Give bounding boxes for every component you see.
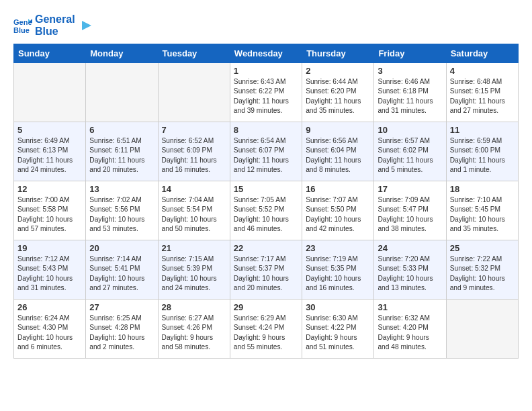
calendar-cell <box>86 63 158 122</box>
weekday-header-tuesday: Tuesday <box>158 44 230 63</box>
week-row-1: 1Sunrise: 6:43 AM Sunset: 6:22 PM Daylig… <box>14 63 519 122</box>
day-info: Sunrise: 7:22 AM Sunset: 5:32 PM Dayligh… <box>450 255 515 293</box>
calendar-cell: 26Sunrise: 6:24 AM Sunset: 4:30 PM Dayli… <box>14 300 86 359</box>
day-info: Sunrise: 6:54 AM Sunset: 6:07 PM Dayligh… <box>234 136 298 175</box>
week-row-3: 12Sunrise: 7:00 AM Sunset: 5:58 PM Dayli… <box>14 181 519 240</box>
day-info: Sunrise: 7:17 AM Sunset: 5:37 PM Dayligh… <box>234 255 298 293</box>
day-info: Sunrise: 6:25 AM Sunset: 4:28 PM Dayligh… <box>89 314 154 352</box>
week-row-4: 19Sunrise: 7:12 AM Sunset: 5:43 PM Dayli… <box>14 240 519 300</box>
calendar-cell: 31Sunrise: 6:32 AM Sunset: 4:20 PM Dayli… <box>374 300 446 359</box>
calendar-cell: 28Sunrise: 6:27 AM Sunset: 4:26 PM Dayli… <box>158 300 230 359</box>
svg-marker-5 <box>82 21 91 30</box>
calendar-cell: 13Sunrise: 7:02 AM Sunset: 5:56 PM Dayli… <box>86 181 158 240</box>
calendar-cell <box>14 63 86 122</box>
weekday-header-friday: Friday <box>374 44 446 63</box>
day-info: Sunrise: 6:59 AM Sunset: 6:00 PM Dayligh… <box>450 136 515 175</box>
page-header: General Blue General Blue <box>13 13 519 37</box>
calendar-cell: 19Sunrise: 7:12 AM Sunset: 5:43 PM Dayli… <box>14 240 86 300</box>
day-info: Sunrise: 6:43 AM Sunset: 6:22 PM Dayligh… <box>234 77 298 116</box>
logo-blue: Blue <box>35 26 75 38</box>
day-number: 16 <box>306 184 370 194</box>
day-info: Sunrise: 6:27 AM Sunset: 4:26 PM Dayligh… <box>162 314 226 352</box>
day-info: Sunrise: 7:10 AM Sunset: 5:45 PM Dayligh… <box>450 195 515 234</box>
logo-general: General <box>35 13 75 25</box>
day-number: 17 <box>378 184 442 194</box>
day-number: 14 <box>162 184 226 194</box>
day-info: Sunrise: 7:02 AM Sunset: 5:56 PM Dayligh… <box>89 195 154 234</box>
day-info: Sunrise: 6:24 AM Sunset: 4:30 PM Dayligh… <box>17 314 82 352</box>
calendar-cell: 30Sunrise: 6:30 AM Sunset: 4:22 PM Dayli… <box>302 300 374 359</box>
day-info: Sunrise: 7:14 AM Sunset: 5:41 PM Dayligh… <box>89 255 154 293</box>
calendar-cell: 16Sunrise: 7:07 AM Sunset: 5:50 PM Dayli… <box>302 181 374 240</box>
calendar-cell: 9Sunrise: 6:56 AM Sunset: 6:04 PM Daylig… <box>302 122 374 181</box>
day-number: 28 <box>162 302 226 312</box>
day-number: 23 <box>306 243 370 253</box>
day-info: Sunrise: 7:12 AM Sunset: 5:43 PM Dayligh… <box>17 255 82 293</box>
calendar-cell: 14Sunrise: 7:04 AM Sunset: 5:54 PM Dayli… <box>158 181 230 240</box>
calendar-cell: 5Sunrise: 6:49 AM Sunset: 6:13 PM Daylig… <box>14 122 86 181</box>
day-info: Sunrise: 7:15 AM Sunset: 5:39 PM Dayligh… <box>162 255 226 293</box>
calendar-cell: 18Sunrise: 7:10 AM Sunset: 5:45 PM Dayli… <box>446 181 518 240</box>
weekday-header-thursday: Thursday <box>302 44 374 63</box>
day-info: Sunrise: 6:57 AM Sunset: 6:02 PM Dayligh… <box>378 136 442 175</box>
day-info: Sunrise: 7:20 AM Sunset: 5:33 PM Dayligh… <box>378 255 442 293</box>
calendar-cell: 11Sunrise: 6:59 AM Sunset: 6:00 PM Dayli… <box>446 122 518 181</box>
calendar-table: SundayMondayTuesdayWednesdayThursdayFrid… <box>13 44 519 359</box>
day-number: 2 <box>306 66 370 76</box>
day-info: Sunrise: 6:48 AM Sunset: 6:15 PM Dayligh… <box>450 77 515 116</box>
day-number: 1 <box>234 66 298 76</box>
day-info: Sunrise: 6:52 AM Sunset: 6:09 PM Dayligh… <box>162 136 226 175</box>
day-number: 20 <box>89 243 154 253</box>
logo-chevron-icon <box>78 18 93 33</box>
day-info: Sunrise: 6:46 AM Sunset: 6:18 PM Dayligh… <box>378 77 442 116</box>
calendar-cell: 25Sunrise: 7:22 AM Sunset: 5:32 PM Dayli… <box>446 240 518 300</box>
day-info: Sunrise: 7:05 AM Sunset: 5:52 PM Dayligh… <box>234 195 298 234</box>
day-number: 19 <box>17 243 82 253</box>
day-number: 27 <box>89 302 154 312</box>
calendar-cell: 15Sunrise: 7:05 AM Sunset: 5:52 PM Dayli… <box>230 181 302 240</box>
day-number: 22 <box>234 243 298 253</box>
calendar-cell: 29Sunrise: 6:29 AM Sunset: 4:24 PM Dayli… <box>230 300 302 359</box>
day-info: Sunrise: 7:09 AM Sunset: 5:47 PM Dayligh… <box>378 195 442 234</box>
day-number: 31 <box>378 302 442 312</box>
calendar-cell: 22Sunrise: 7:17 AM Sunset: 5:37 PM Dayli… <box>230 240 302 300</box>
day-info: Sunrise: 7:04 AM Sunset: 5:54 PM Dayligh… <box>162 195 226 234</box>
day-number: 12 <box>17 184 82 194</box>
day-number: 7 <box>162 125 226 135</box>
calendar-cell: 1Sunrise: 6:43 AM Sunset: 6:22 PM Daylig… <box>230 63 302 122</box>
day-info: Sunrise: 6:51 AM Sunset: 6:11 PM Dayligh… <box>89 136 154 175</box>
calendar-cell <box>158 63 230 122</box>
day-number: 13 <box>89 184 154 194</box>
calendar-cell: 24Sunrise: 7:20 AM Sunset: 5:33 PM Dayli… <box>374 240 446 300</box>
calendar-cell: 2Sunrise: 6:44 AM Sunset: 6:20 PM Daylig… <box>302 63 374 122</box>
day-number: 9 <box>306 125 370 135</box>
day-number: 4 <box>450 66 515 76</box>
logo: General Blue General Blue <box>13 13 93 37</box>
day-number: 21 <box>162 243 226 253</box>
day-info: Sunrise: 6:49 AM Sunset: 6:13 PM Dayligh… <box>17 136 82 175</box>
day-info: Sunrise: 7:19 AM Sunset: 5:35 PM Dayligh… <box>306 255 370 293</box>
calendar-cell: 3Sunrise: 6:46 AM Sunset: 6:18 PM Daylig… <box>374 63 446 122</box>
calendar-cell: 17Sunrise: 7:09 AM Sunset: 5:47 PM Dayli… <box>374 181 446 240</box>
day-number: 18 <box>450 184 515 194</box>
day-number: 11 <box>450 125 515 135</box>
logo-icon: General Blue <box>13 16 32 35</box>
day-info: Sunrise: 6:56 AM Sunset: 6:04 PM Dayligh… <box>306 136 370 175</box>
day-number: 30 <box>306 302 370 312</box>
day-number: 5 <box>17 125 82 135</box>
day-info: Sunrise: 6:29 AM Sunset: 4:24 PM Dayligh… <box>234 314 298 352</box>
day-info: Sunrise: 6:30 AM Sunset: 4:22 PM Dayligh… <box>306 314 370 352</box>
day-number: 6 <box>89 125 154 135</box>
day-number: 25 <box>450 243 515 253</box>
svg-text:Blue: Blue <box>13 26 30 34</box>
day-info: Sunrise: 6:44 AM Sunset: 6:20 PM Dayligh… <box>306 77 370 116</box>
calendar-cell: 20Sunrise: 7:14 AM Sunset: 5:41 PM Dayli… <box>86 240 158 300</box>
calendar-cell: 7Sunrise: 6:52 AM Sunset: 6:09 PM Daylig… <box>158 122 230 181</box>
day-info: Sunrise: 7:00 AM Sunset: 5:58 PM Dayligh… <box>17 195 82 234</box>
weekday-header-monday: Monday <box>86 44 158 63</box>
calendar-cell: 21Sunrise: 7:15 AM Sunset: 5:39 PM Dayli… <box>158 240 230 300</box>
calendar-cell: 6Sunrise: 6:51 AM Sunset: 6:11 PM Daylig… <box>86 122 158 181</box>
day-number: 8 <box>234 125 298 135</box>
day-number: 26 <box>17 302 82 312</box>
calendar-cell: 12Sunrise: 7:00 AM Sunset: 5:58 PM Dayli… <box>14 181 86 240</box>
